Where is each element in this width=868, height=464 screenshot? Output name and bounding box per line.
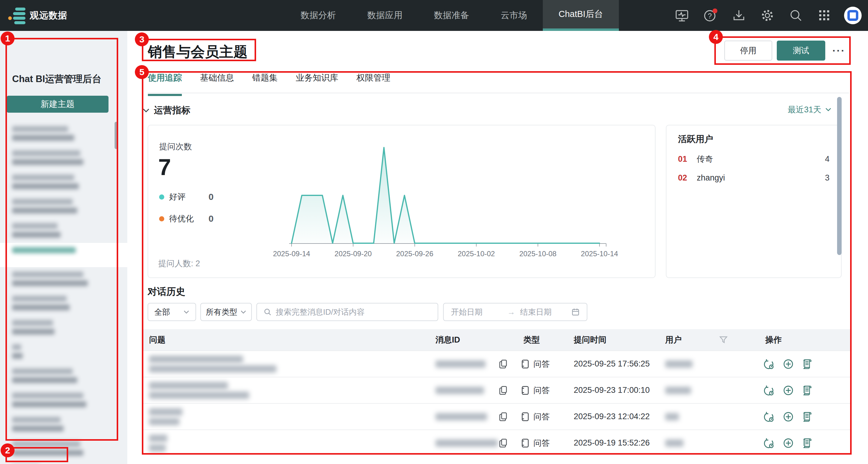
annotation-box-2 — [5, 447, 68, 462]
download-icon[interactable] — [729, 6, 749, 25]
nav-item[interactable]: 数据分析 — [285, 0, 351, 31]
annotation-box-5 — [142, 71, 851, 455]
svg-text:?: ? — [708, 12, 712, 20]
nav-item[interactable]: 云市场 — [485, 0, 543, 31]
annotation-marker-3: 3 — [135, 32, 149, 46]
annotation-box-3 — [142, 39, 256, 61]
gear-icon[interactable] — [758, 6, 777, 25]
navbar-icons: ? — [672, 0, 863, 31]
apps-grid-icon[interactable] — [815, 6, 834, 25]
app-root: 观远数据 数据分析数据应用数据准备云市场ChatBI后台 ? — [0, 0, 868, 464]
primary-nav: 数据分析数据应用数据准备云市场ChatBI后台 — [285, 0, 619, 31]
nav-item[interactable]: ChatBI后台 — [543, 0, 619, 31]
annotation-marker-5: 5 — [135, 65, 149, 79]
top-navbar: 观远数据 数据分析数据应用数据准备云市场ChatBI后台 ? — [0, 0, 868, 31]
monitor-pulse-icon[interactable] — [672, 6, 692, 25]
annotation-box-4 — [714, 36, 851, 65]
nav-item[interactable]: 数据应用 — [351, 0, 418, 31]
brand-title[interactable]: 观远数据 — [30, 0, 67, 31]
avatar[interactable] — [843, 6, 863, 25]
search-icon[interactable] — [786, 6, 806, 25]
annotation-marker-4: 4 — [709, 30, 723, 44]
annotation-box-1 — [5, 38, 118, 441]
nav-item[interactable]: 数据准备 — [418, 0, 485, 31]
notification-badge — [713, 8, 717, 13]
annotation-marker-1: 1 — [1, 32, 14, 45]
brand-logo-icon[interactable] — [8, 7, 26, 25]
help-icon[interactable]: ? — [701, 6, 720, 25]
annotation-marker-2: 2 — [1, 443, 14, 457]
